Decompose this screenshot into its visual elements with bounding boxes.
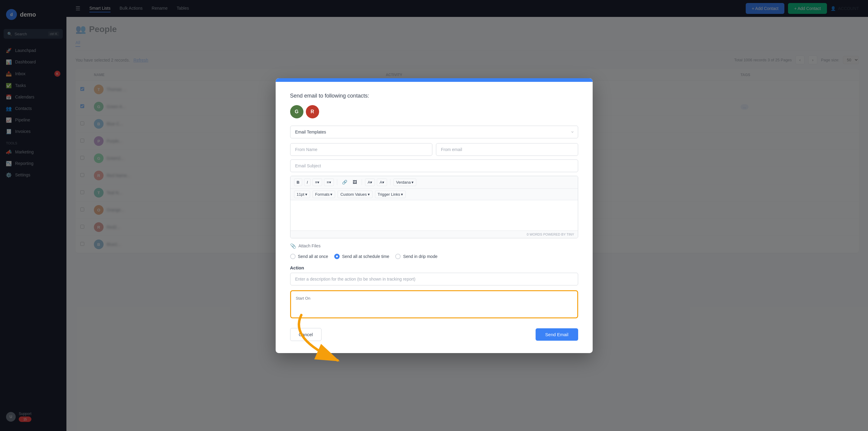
- font-select-button[interactable]: Verdana ▾: [393, 179, 416, 186]
- word-count: 0 WORDS POWERED BY TINY: [527, 233, 574, 236]
- send-email-modal: Send email to following contacts: G R Em…: [276, 78, 593, 353]
- text-color-button[interactable]: A▾: [365, 179, 375, 186]
- modal-overlay: Send email to following contacts: G R Em…: [0, 0, 868, 431]
- start-on-container: Start On: [290, 290, 578, 318]
- email-subject-input[interactable]: [290, 159, 578, 172]
- start-on-input[interactable]: [296, 303, 572, 313]
- send-at-once-label: Send all at once: [298, 254, 328, 259]
- contact-avatars: G R: [290, 105, 578, 118]
- attach-files[interactable]: 📎 Attach Files: [290, 243, 578, 249]
- email-editor: B I ≡▾ ≡▾ 🔗 🖼 A▾ A▾ Verdana ▾ 11pt ▾ For…: [290, 176, 578, 238]
- modal-body: Send email to following contacts: G R Em…: [276, 82, 593, 353]
- bullet-list-button[interactable]: ≡▾: [312, 179, 322, 186]
- attach-files-label: Attach Files: [299, 243, 321, 248]
- from-name-input[interactable]: [290, 143, 432, 156]
- italic-button[interactable]: I: [304, 179, 311, 186]
- email-templates-select[interactable]: Email Templates: [290, 126, 578, 138]
- send-options: Send all at once Send all at schedule ti…: [290, 254, 578, 259]
- send-drip-label: Send in drip mode: [403, 254, 437, 259]
- radio-send-at-once: [290, 254, 296, 259]
- modal-header-bar: [276, 78, 593, 82]
- send-at-schedule-label: Send all at schedule time: [342, 254, 389, 259]
- editor-body[interactable]: [290, 200, 578, 230]
- start-on-label: Start On: [296, 296, 572, 301]
- font-size-button[interactable]: 11pt ▾: [294, 191, 310, 198]
- custom-values-button[interactable]: Custom Values ▾: [338, 191, 372, 198]
- send-drip-option[interactable]: Send in drip mode: [395, 254, 437, 259]
- trigger-links-button[interactable]: Trigger Links ▾: [375, 191, 406, 198]
- toolbar-divider-1: [337, 179, 337, 185]
- from-fields-row: [290, 143, 578, 156]
- highlight-button[interactable]: A▾: [377, 179, 387, 186]
- formats-button[interactable]: Formats ▾: [312, 191, 335, 198]
- cancel-button[interactable]: Cancel: [290, 328, 322, 341]
- link-button[interactable]: 🔗: [340, 179, 349, 186]
- action-input[interactable]: [290, 273, 578, 285]
- radio-send-at-schedule: [334, 254, 340, 259]
- contact-avatar-g: G: [290, 105, 303, 118]
- send-at-schedule-option[interactable]: Send all at schedule time: [334, 254, 389, 259]
- bold-button[interactable]: B: [294, 179, 302, 186]
- action-label: Action: [290, 265, 578, 270]
- numbered-list-button[interactable]: ≡▾: [324, 179, 334, 186]
- toolbar-divider-2: [362, 179, 362, 185]
- modal-footer: Cancel Send Email: [290, 326, 578, 341]
- image-button[interactable]: 🖼: [351, 179, 359, 186]
- editor-toolbar-row2: 11pt ▾ Formats ▾ Custom Values ▾ Trigger…: [290, 189, 578, 200]
- modal-title: Send email to following contacts:: [290, 93, 578, 99]
- contact-avatar-r: R: [306, 105, 319, 118]
- from-email-input[interactable]: [436, 143, 578, 156]
- editor-toolbar-row1: B I ≡▾ ≡▾ 🔗 🖼 A▾ A▾ Verdana ▾: [290, 176, 578, 189]
- send-at-once-option[interactable]: Send all at once: [290, 254, 328, 259]
- send-email-button[interactable]: Send Email: [536, 328, 578, 341]
- radio-send-drip: [395, 254, 401, 259]
- toolbar-divider-3: [390, 179, 391, 185]
- editor-footer: 0 WORDS POWERED BY TINY: [290, 230, 578, 238]
- attach-icon: 📎: [290, 243, 296, 249]
